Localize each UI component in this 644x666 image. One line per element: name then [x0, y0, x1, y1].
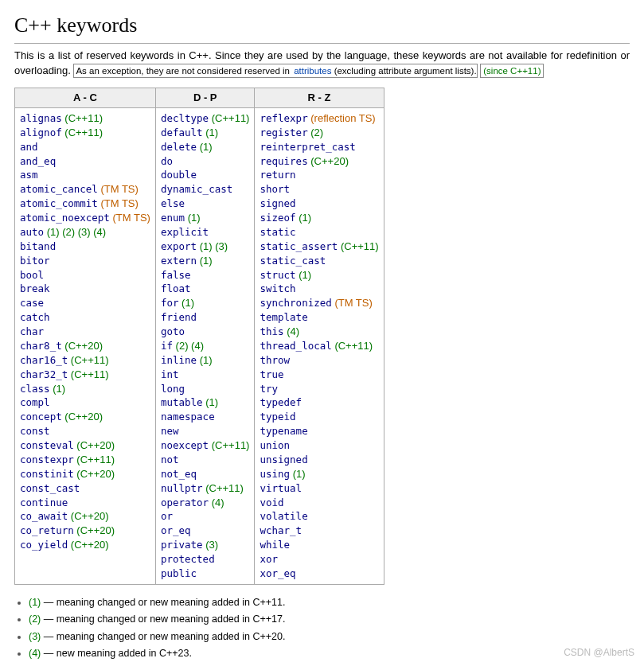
keyword-link[interactable]: or_eq — [161, 524, 191, 536]
keyword-link[interactable]: struct — [260, 269, 295, 281]
keyword-link[interactable]: operator — [161, 497, 209, 508]
keyword-link[interactable]: try — [260, 383, 278, 395]
attributes-link[interactable]: attributes — [294, 66, 331, 76]
keyword-link[interactable]: enum — [161, 212, 185, 224]
keyword-link[interactable]: requires — [260, 155, 307, 167]
keyword-link[interactable]: float — [161, 282, 191, 294]
keyword-link[interactable]: asm — [20, 169, 38, 181]
keyword-link[interactable]: default — [161, 127, 203, 138]
keyword-link[interactable]: xor_eq — [260, 567, 295, 579]
keyword-link[interactable]: auto — [20, 226, 44, 238]
keyword-link[interactable]: catch — [20, 311, 50, 323]
keyword-link[interactable]: atomic_cancel — [20, 183, 98, 195]
keyword-link[interactable]: co_yield — [20, 539, 68, 551]
keyword-link[interactable]: atomic_noexcept — [20, 212, 110, 224]
keyword-link[interactable]: export — [161, 240, 197, 252]
keyword-link[interactable]: explicit — [161, 226, 209, 238]
keyword-link[interactable]: case — [20, 297, 44, 309]
keyword-link[interactable]: compl — [20, 396, 50, 408]
keyword-link[interactable]: int — [161, 368, 179, 380]
keyword-link[interactable]: friend — [161, 311, 197, 323]
keyword-link[interactable]: true — [260, 368, 283, 380]
keyword-link[interactable]: alignof — [20, 127, 62, 138]
keyword-link[interactable]: signed — [260, 197, 295, 209]
keyword-link[interactable]: break — [20, 282, 50, 294]
keyword-link[interactable]: volatile — [260, 510, 307, 522]
keyword-link[interactable]: alignas — [20, 112, 62, 124]
keyword-link[interactable]: consteval — [20, 439, 74, 451]
keyword-link[interactable]: const_cast — [20, 482, 80, 494]
keyword-link[interactable]: goto — [161, 325, 185, 337]
keyword-link[interactable]: public — [161, 567, 197, 579]
keyword-link[interactable]: virtual — [260, 482, 302, 494]
keyword-link[interactable]: new — [161, 425, 179, 437]
keyword-link[interactable]: private — [161, 539, 203, 551]
keyword-link[interactable]: long — [161, 383, 185, 395]
keyword-link[interactable]: wchar_t — [260, 524, 302, 536]
keyword-link[interactable]: reflexpr — [260, 112, 307, 124]
keyword-link[interactable]: constexpr — [20, 454, 74, 465]
keyword-link[interactable]: static_assert — [260, 240, 338, 252]
keyword-link[interactable]: bool — [20, 269, 44, 281]
keyword-link[interactable]: bitor — [20, 255, 50, 267]
keyword-link[interactable]: namespace — [161, 411, 215, 423]
keyword-link[interactable]: not_eq — [161, 468, 197, 480]
keyword-link[interactable]: protected — [161, 553, 215, 565]
keyword-link[interactable]: void — [260, 497, 283, 508]
keyword-link[interactable]: static_cast — [260, 255, 326, 267]
keyword-link[interactable]: typedef — [260, 396, 302, 408]
keyword-link[interactable]: for — [161, 297, 179, 309]
keyword-link[interactable]: unsigned — [260, 454, 307, 465]
keyword-link[interactable]: template — [260, 311, 307, 323]
keyword-link[interactable]: short — [260, 183, 290, 195]
keyword-link[interactable]: atomic_commit — [20, 197, 98, 209]
keyword-link[interactable]: sizeof — [260, 212, 295, 224]
keyword-link[interactable]: char — [20, 325, 44, 337]
keyword-link[interactable]: throw — [260, 354, 290, 366]
keyword-link[interactable]: register — [260, 127, 307, 138]
keyword-link[interactable]: switch — [260, 282, 295, 294]
keyword-link[interactable]: char8_t — [20, 340, 62, 352]
keyword-link[interactable]: noexcept — [161, 439, 209, 451]
keyword-link[interactable]: typeid — [260, 411, 295, 423]
keyword-link[interactable]: delete — [161, 141, 197, 153]
keyword-link[interactable]: while — [260, 539, 290, 551]
keyword-link[interactable]: or — [161, 510, 173, 522]
keyword-link[interactable]: using — [260, 468, 290, 480]
keyword-link[interactable]: return — [260, 169, 295, 181]
keyword-link[interactable]: co_await — [20, 510, 68, 522]
keyword-link[interactable]: union — [260, 439, 290, 451]
keyword-link[interactable]: else — [161, 197, 185, 209]
keyword-link[interactable]: not — [161, 454, 179, 465]
keyword-link[interactable]: typename — [260, 425, 307, 437]
keyword-link[interactable]: this — [260, 325, 283, 337]
keyword-link[interactable]: extern — [161, 255, 197, 267]
keyword-link[interactable]: concept — [20, 411, 62, 423]
keyword-link[interactable]: false — [161, 269, 191, 281]
keyword-link[interactable]: decltype — [161, 112, 209, 124]
keyword-link[interactable]: dynamic_cast — [161, 183, 232, 195]
keyword-link[interactable]: thread_local — [260, 340, 331, 352]
keyword-link[interactable]: char32_t — [20, 368, 68, 380]
keyword-link[interactable]: co_return — [20, 524, 74, 536]
keyword-link[interactable]: inline — [161, 354, 197, 366]
keyword-link[interactable]: mutable — [161, 396, 203, 408]
keyword-link[interactable]: constinit — [20, 468, 74, 480]
keyword-link[interactable]: double — [161, 169, 197, 181]
keyword-link[interactable]: class — [20, 383, 50, 395]
keyword-link[interactable]: char16_t — [20, 354, 68, 366]
keyword-link[interactable]: and — [20, 141, 38, 153]
keyword-link[interactable]: continue — [20, 497, 68, 508]
keyword-link[interactable]: bitand — [20, 240, 56, 252]
keyword-line: for (1) — [161, 296, 250, 310]
keyword-note: (TM TS) — [98, 197, 139, 209]
keyword-link[interactable]: xor — [260, 553, 278, 565]
keyword-link[interactable]: do — [161, 155, 173, 167]
keyword-link[interactable]: nullptr — [161, 482, 203, 494]
keyword-link[interactable]: static — [260, 226, 295, 238]
keyword-link[interactable]: const — [20, 425, 50, 437]
keyword-link[interactable]: synchronized — [260, 297, 331, 309]
keyword-link[interactable]: reinterpret_cast — [260, 141, 355, 153]
keyword-link[interactable]: and_eq — [20, 155, 56, 167]
keyword-link[interactable]: if — [161, 340, 173, 352]
